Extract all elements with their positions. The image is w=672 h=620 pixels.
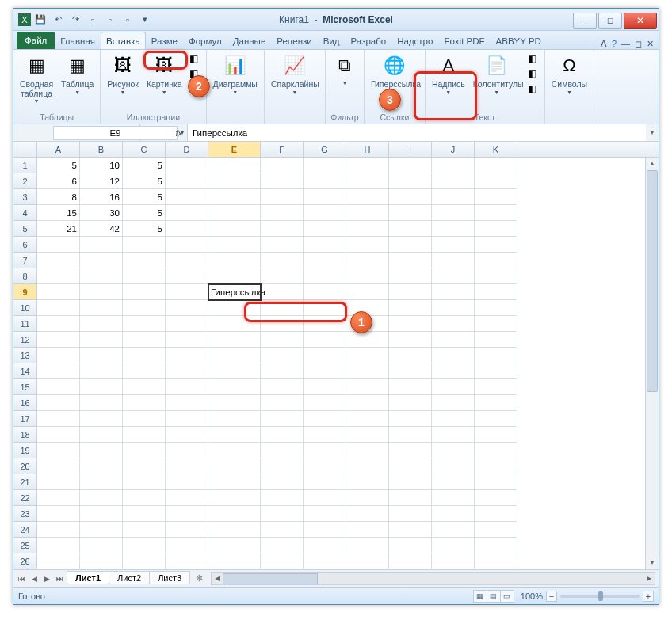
view-layout-icon[interactable]: ▤ xyxy=(487,590,501,603)
cell[interactable] xyxy=(37,379,80,395)
cell[interactable] xyxy=(208,411,261,427)
cell[interactable] xyxy=(432,253,475,268)
textbox-button[interactable]: AНадпись▼ xyxy=(429,51,468,97)
cell[interactable] xyxy=(123,237,166,253)
cell[interactable] xyxy=(261,268,304,284)
row-header[interactable]: 7 xyxy=(13,253,37,268)
cell[interactable] xyxy=(475,522,517,538)
cell[interactable] xyxy=(475,506,517,522)
cell[interactable] xyxy=(475,173,517,189)
cell[interactable] xyxy=(475,395,517,411)
row-header[interactable]: 11 xyxy=(13,316,37,332)
cell[interactable] xyxy=(123,268,166,284)
cell[interactable] xyxy=(346,158,389,173)
cell[interactable] xyxy=(475,268,517,284)
sheet-tab[interactable]: Лист2 xyxy=(109,571,150,584)
cell[interactable] xyxy=(261,411,304,427)
cell[interactable]: 5 xyxy=(123,189,166,205)
cell[interactable] xyxy=(123,553,166,569)
cell[interactable] xyxy=(166,522,208,538)
cell[interactable] xyxy=(37,237,80,253)
cell[interactable] xyxy=(346,189,389,205)
cell[interactable] xyxy=(475,538,517,553)
cell[interactable] xyxy=(261,300,304,316)
cell[interactable] xyxy=(346,458,389,474)
cell[interactable] xyxy=(304,284,346,300)
cell[interactable] xyxy=(389,553,432,569)
cell[interactable] xyxy=(123,458,166,474)
cell[interactable] xyxy=(80,522,123,538)
cell[interactable] xyxy=(304,522,346,538)
cell[interactable] xyxy=(80,443,123,458)
tab-разме[interactable]: Разме xyxy=(146,32,183,49)
formula-expand-icon[interactable]: ▾ xyxy=(646,124,659,141)
cell[interactable]: 8 xyxy=(37,189,80,205)
cell[interactable] xyxy=(346,506,389,522)
cell[interactable] xyxy=(432,189,475,205)
cell[interactable] xyxy=(166,348,208,363)
cell[interactable] xyxy=(261,427,304,443)
cell[interactable] xyxy=(208,348,261,363)
cell[interactable] xyxy=(37,522,80,538)
cell[interactable] xyxy=(261,490,304,506)
qat-redo-icon[interactable]: ↷ xyxy=(67,12,83,28)
col-header-I[interactable]: I xyxy=(389,142,432,157)
tab-вид[interactable]: Вид xyxy=(318,32,346,49)
cell[interactable] xyxy=(208,538,261,553)
picture-button[interactable]: 🖼Рисунок▼ xyxy=(104,51,142,97)
cell[interactable] xyxy=(208,221,261,237)
formula-input[interactable] xyxy=(188,124,646,141)
cell[interactable] xyxy=(80,316,123,332)
cell[interactable] xyxy=(475,427,517,443)
cell[interactable]: 5 xyxy=(123,158,166,173)
cell[interactable] xyxy=(475,300,517,316)
tab-вставка[interactable]: Вставка xyxy=(101,32,146,49)
cell[interactable] xyxy=(432,490,475,506)
cell[interactable] xyxy=(475,189,517,205)
cell[interactable] xyxy=(261,458,304,474)
cell[interactable] xyxy=(432,332,475,348)
sheet-nav-last-icon[interactable]: ⏭ xyxy=(53,572,66,585)
cell[interactable] xyxy=(304,443,346,458)
cell[interactable] xyxy=(166,458,208,474)
cell[interactable] xyxy=(80,553,123,569)
cell[interactable] xyxy=(346,205,389,221)
qat-undo-icon[interactable]: ↶ xyxy=(50,12,66,28)
tab-надстро[interactable]: Надстро xyxy=(391,32,438,49)
charts-button[interactable]: 📊Диаграммы▼ xyxy=(210,51,261,97)
cell[interactable] xyxy=(261,189,304,205)
cell[interactable] xyxy=(166,506,208,522)
cell[interactable] xyxy=(37,268,80,284)
zoom-in-button[interactable]: + xyxy=(643,591,654,602)
cell[interactable] xyxy=(37,553,80,569)
charts-dropdown-icon[interactable]: ▼ xyxy=(232,89,238,95)
cell[interactable] xyxy=(432,458,475,474)
picture-dropdown-icon[interactable]: ▼ xyxy=(120,89,126,95)
row-header[interactable]: 16 xyxy=(13,395,37,411)
cell[interactable] xyxy=(166,379,208,395)
row-header[interactable]: 25 xyxy=(13,538,37,553)
cell[interactable] xyxy=(304,490,346,506)
cell[interactable] xyxy=(123,490,166,506)
col-header-E[interactable]: E xyxy=(208,142,261,157)
cell[interactable] xyxy=(346,284,389,300)
cell[interactable] xyxy=(80,474,123,490)
cell[interactable] xyxy=(432,411,475,427)
cell[interactable] xyxy=(304,458,346,474)
fx-label[interactable]: fx xyxy=(140,124,188,141)
cell[interactable] xyxy=(346,379,389,395)
cell[interactable] xyxy=(166,553,208,569)
cell[interactable] xyxy=(80,348,123,363)
row-header[interactable]: 6 xyxy=(13,237,37,253)
cell[interactable] xyxy=(208,395,261,411)
object-button[interactable]: ◧ xyxy=(525,82,541,96)
cell[interactable] xyxy=(166,284,208,300)
cell[interactable] xyxy=(389,332,432,348)
hscroll-left-icon[interactable]: ◀ xyxy=(212,573,223,584)
cell[interactable] xyxy=(208,379,261,395)
cell[interactable] xyxy=(37,427,80,443)
hscroll-thumb[interactable] xyxy=(223,573,318,584)
cell[interactable] xyxy=(261,158,304,173)
cell[interactable] xyxy=(304,316,346,332)
row-header[interactable]: 23 xyxy=(13,506,37,522)
